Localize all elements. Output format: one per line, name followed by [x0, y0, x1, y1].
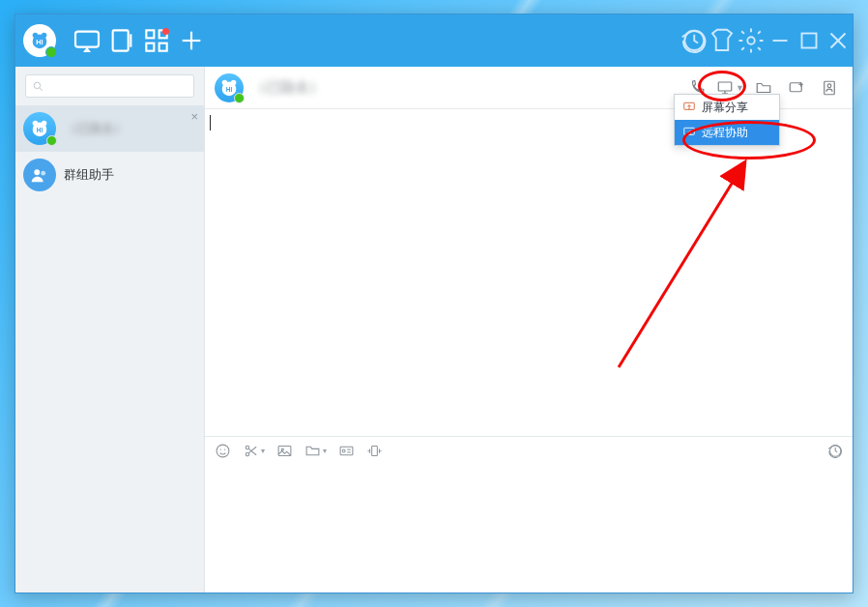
- bear-hi-icon: HI: [29, 30, 50, 51]
- svg-point-43: [246, 446, 249, 449]
- contact-name: 群组助手: [64, 166, 114, 184]
- svg-rect-7: [146, 30, 154, 38]
- chat-title: （已隐去）: [251, 78, 324, 97]
- skin-icon[interactable]: [708, 26, 737, 55]
- emoji-icon[interactable]: [215, 443, 231, 459]
- minimize-button[interactable]: [766, 26, 795, 55]
- close-button[interactable]: [824, 26, 853, 55]
- svg-rect-9: [146, 43, 154, 51]
- svg-text:HI: HI: [37, 127, 43, 133]
- svg-point-39: [217, 445, 229, 457]
- image-icon[interactable]: [276, 443, 293, 459]
- tab-apps-icon[interactable]: [141, 25, 172, 56]
- svg-text:HI: HI: [36, 38, 43, 46]
- titlebar-system-icons: [679, 26, 853, 55]
- scissors-icon[interactable]: ▾: [243, 443, 265, 459]
- title-bar: HI: [15, 14, 853, 67]
- message-input[interactable]: [205, 465, 853, 593]
- svg-point-41: [224, 448, 225, 449]
- svg-point-25: [34, 169, 40, 175]
- svg-rect-16: [802, 34, 817, 48]
- screen-share-icon: [682, 101, 696, 114]
- remote-dropdown-menu: 屏幕分享 远程协助: [674, 94, 780, 146]
- close-contact-button[interactable]: ×: [190, 109, 198, 124]
- add-chat-icon[interactable]: [783, 75, 810, 101]
- menu-item-screen-share[interactable]: 屏幕分享: [675, 95, 779, 120]
- menu-item-label: 屏幕分享: [702, 100, 748, 116]
- message-history-icon[interactable]: [826, 443, 843, 459]
- chat-avatar: HI: [215, 73, 244, 102]
- contact-item[interactable]: HI （已隐去） ×: [15, 105, 204, 152]
- sidebar: HI （已隐去） × 群组助手: [15, 67, 205, 593]
- contact-avatar: HI: [23, 112, 56, 145]
- svg-rect-31: [718, 82, 732, 91]
- svg-rect-4: [75, 32, 99, 47]
- svg-point-42: [246, 452, 249, 456]
- chevron-down-icon: ▼: [736, 83, 744, 93]
- svg-rect-8: [159, 30, 167, 38]
- menu-item-remote-assist[interactable]: 远程协助: [675, 120, 779, 145]
- svg-point-19: [34, 82, 41, 89]
- remote-assist-icon: [682, 126, 696, 139]
- card-icon[interactable]: [338, 443, 355, 459]
- tab-chat-icon[interactable]: [72, 25, 102, 56]
- svg-rect-52: [372, 447, 378, 456]
- app-logo[interactable]: HI: [23, 24, 56, 57]
- svg-point-26: [41, 171, 45, 176]
- contact-avatar: [23, 159, 56, 191]
- titlebar-tabs: [72, 25, 207, 56]
- maximize-button[interactable]: [795, 26, 824, 55]
- search-input[interactable]: [25, 74, 194, 98]
- text-cursor: [210, 115, 211, 130]
- svg-line-20: [40, 88, 43, 91]
- search-icon: [32, 80, 44, 93]
- svg-point-14: [747, 37, 755, 44]
- contact-item[interactable]: 群组助手: [15, 152, 204, 198]
- shake-icon[interactable]: [366, 443, 383, 459]
- svg-text:HI: HI: [226, 85, 233, 92]
- svg-point-38: [827, 83, 831, 87]
- contact-name: （已隐去）: [64, 120, 127, 137]
- history-icon[interactable]: [679, 26, 708, 55]
- message-list[interactable]: [205, 109, 853, 436]
- svg-point-40: [220, 448, 221, 449]
- svg-point-49: [342, 449, 345, 452]
- folder-send-icon[interactable]: ▾: [304, 443, 327, 459]
- tab-add-icon[interactable]: [176, 25, 207, 56]
- svg-rect-5: [113, 30, 129, 50]
- svg-rect-55: [684, 128, 695, 134]
- tab-contacts-icon[interactable]: [106, 25, 137, 56]
- compose-toolbar: ▾ ▾: [205, 436, 853, 465]
- settings-icon[interactable]: [737, 26, 766, 55]
- svg-rect-10: [159, 43, 167, 51]
- profile-card-icon[interactable]: [816, 75, 843, 101]
- menu-item-label: 远程协助: [702, 125, 748, 141]
